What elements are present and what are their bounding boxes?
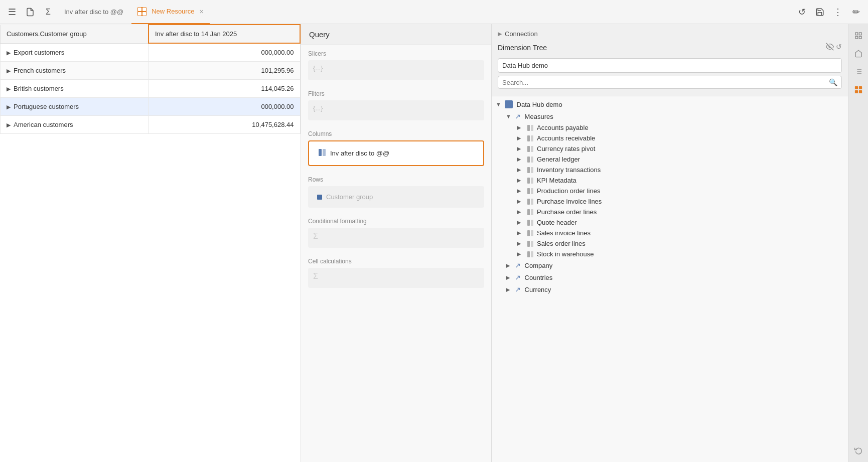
leaf-icon	[527, 135, 534, 142]
tree-leaf-accounts-payable[interactable]: ▶ Accounts payable	[516, 122, 844, 133]
tree-leaf-purchase-invoice-lines[interactable]: ▶ Purchase invoice lines	[516, 196, 844, 207]
leaf-icon	[527, 167, 534, 174]
tree-leaf-purchase-order-lines[interactable]: ▶ Purchase order lines	[516, 207, 844, 217]
svg-rect-21	[527, 199, 530, 205]
svg-rect-23	[527, 209, 530, 215]
menu-icon[interactable]: ☰	[4, 4, 20, 20]
tree-leaf-currency-rates-pivot[interactable]: ▶ Currency rates pivot	[516, 143, 844, 154]
panel-icon-2[interactable]	[851, 46, 866, 61]
tree-node-currency[interactable]: ▶ ↗ Currency	[506, 283, 844, 295]
rows-section: Rows Customer group	[301, 171, 491, 213]
tab-close-btn[interactable]: ×	[199, 8, 203, 16]
leaf-label: Purchase invoice lines	[537, 198, 602, 205]
search-input[interactable]	[502, 79, 829, 86]
leaf-label: General ledger	[537, 156, 580, 163]
connection-arrow-icon: ▶	[498, 31, 502, 37]
leaf-label: Stock in warehouse	[537, 250, 594, 258]
expand-icon[interactable]: ▶	[7, 50, 11, 56]
tree-node-company[interactable]: ▶ ↗ Company	[506, 259, 844, 271]
panel-icon-1[interactable]	[851, 28, 866, 43]
search-row: 🔍	[498, 76, 842, 89]
refresh-tree-icon[interactable]: ↺	[836, 43, 842, 52]
panel-icon-3[interactable]	[851, 64, 866, 79]
conditional-formatting-label: Conditional formatting	[308, 218, 484, 225]
tree-leaf-inventory-transactions[interactable]: ▶ Inventory transactions	[516, 165, 844, 175]
sigma-icon[interactable]: Σ	[40, 4, 56, 20]
svg-rect-25	[527, 220, 530, 226]
tree-leaf-sales-invoice-lines[interactable]: ▶ Sales invoice lines	[516, 228, 844, 238]
leaf-expand: ▶	[517, 177, 524, 184]
tree-leaf-quote-header[interactable]: ▶ Quote header	[516, 217, 844, 228]
tab-inactive[interactable]: Inv after disc to @@	[58, 0, 129, 24]
svg-rect-32	[531, 251, 533, 257]
rows-item[interactable]: Customer group	[313, 190, 479, 204]
svg-rect-18	[531, 178, 533, 184]
connection-row[interactable]: ▶ Connection	[498, 28, 842, 40]
leaf-label: Sales order lines	[537, 240, 586, 247]
leaf-icon	[527, 145, 534, 152]
new-doc-icon[interactable]	[22, 4, 38, 20]
expand-icon[interactable]: ▶	[7, 86, 11, 92]
more-options-icon[interactable]: ⋮	[830, 4, 846, 20]
leaf-icon	[527, 188, 534, 195]
tree-root[interactable]: ▼ Data Hub demo	[496, 98, 844, 110]
leaf-expand: ▶	[517, 135, 524, 141]
tree-measures-node[interactable]: ▼ ↗ Measures	[506, 110, 844, 122]
leaf-expand: ▶	[517, 251, 524, 257]
tree-node-countries[interactable]: ▶ ↗ Countries	[506, 271, 844, 283]
tree-leaf-production-order-lines[interactable]: ▶ Production order lines	[516, 186, 844, 196]
leaf-icon	[527, 209, 534, 216]
svg-rect-31	[527, 251, 530, 257]
hub-select[interactable]: Data Hub demo	[498, 58, 842, 73]
hide-icon[interactable]	[826, 43, 834, 52]
svg-rect-15	[527, 167, 530, 173]
refresh-icon[interactable]: ↺	[794, 4, 810, 20]
leaf-icon	[527, 230, 534, 237]
tree-leaf-accounts-receivable[interactable]: ▶ Accounts receivable	[516, 133, 844, 143]
leaf-icon	[527, 198, 534, 205]
row-value: 10,475,628.44	[149, 116, 300, 134]
slicers-label: Slicers	[308, 50, 484, 57]
conditional-formatting-drop-area[interactable]: Σ	[308, 228, 484, 248]
company-label: Company	[523, 262, 552, 269]
panel-icon-4[interactable]	[851, 82, 866, 97]
row-label: ▶American customers	[1, 116, 149, 134]
dim-tree-header: Dimension Tree ↺	[498, 40, 842, 55]
expand-icon[interactable]: ▶	[7, 122, 11, 128]
data-table: Customers.Customer group Inv after disc …	[0, 24, 301, 462]
tree-leaf-sales-order-lines[interactable]: ▶ Sales order lines	[516, 238, 844, 249]
conditional-sigma: Σ	[313, 232, 318, 240]
history-icon[interactable]	[851, 443, 866, 458]
row-value: 000,000.00	[149, 43, 300, 62]
svg-rect-14	[531, 157, 533, 163]
data-table-panel: Customers.Customer group Inv after disc …	[0, 24, 301, 462]
filters-section: Filters {...}	[301, 85, 491, 125]
save-icon[interactable]	[812, 4, 828, 20]
leaf-icon	[527, 219, 534, 226]
countries-icon: ↗	[515, 273, 521, 281]
edit-icon[interactable]: ✏	[848, 4, 864, 20]
svg-rect-28	[531, 230, 533, 236]
leaf-expand: ▶	[517, 124, 524, 131]
tree-leaf-general-ledger[interactable]: ▶ General ledger	[516, 154, 844, 165]
filters-drop-area[interactable]: {...}	[308, 100, 484, 120]
slicers-drop-area[interactable]: {...}	[308, 60, 484, 80]
query-title: Query	[301, 24, 491, 45]
row-label: ▶French customers	[1, 62, 149, 80]
svg-rect-11	[527, 146, 530, 152]
leaf-expand: ▶	[517, 145, 524, 152]
tab-active-label: New Resource	[152, 8, 194, 15]
svg-rect-34	[859, 33, 861, 35]
expand-icon[interactable]: ▶	[7, 68, 11, 74]
columns-item[interactable]: Inv after disc to @@	[314, 145, 478, 161]
tree-leaf-kpi-metadata[interactable]: ▶ KPI Metadata	[516, 175, 844, 186]
cell-calculations-drop-area[interactable]: Σ	[308, 268, 484, 288]
leaf-expand: ▶	[517, 167, 524, 173]
leaf-label: Accounts payable	[537, 124, 589, 131]
icon-bar	[848, 24, 868, 462]
expand-icon[interactable]: ▶	[7, 104, 11, 110]
columns-drop-area[interactable]: Inv after disc to @@	[308, 140, 484, 166]
tab-active[interactable]: New Resource ×	[131, 0, 209, 24]
rows-drop-area[interactable]: Customer group	[308, 186, 484, 208]
tree-leaf-stock-in-warehouse[interactable]: ▶ Stock in warehouse	[516, 249, 844, 259]
